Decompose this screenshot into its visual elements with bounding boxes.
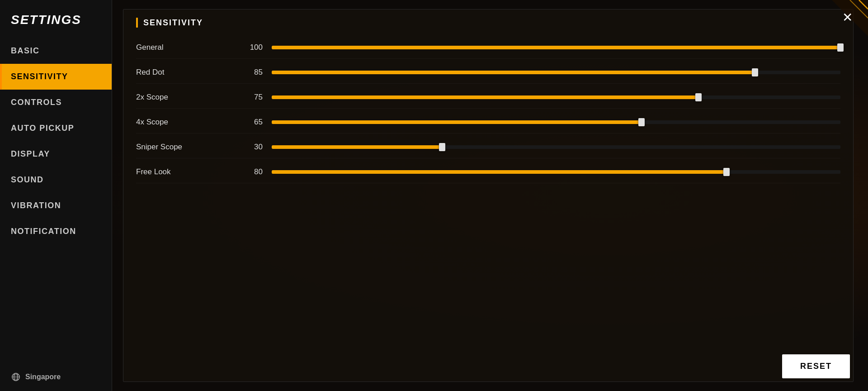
slider-rows: General100Red Dot852x Scope754x Scope65S…: [123, 34, 853, 381]
nav-menu: BASICSENSITIVITYCONTROLSAUTO PICKUPDISPL…: [0, 38, 112, 244]
panel-title: SENSITIVITY: [143, 18, 203, 28]
slider-thumb-2[interactable]: [695, 93, 702, 101]
slider-track-bg-5: [272, 170, 840, 174]
sidebar-item-sound[interactable]: SOUND: [0, 167, 112, 193]
main-content: SENSITIVITY General100Red Dot852x Scope7…: [112, 0, 868, 391]
slider-thumb-3[interactable]: [638, 118, 645, 126]
slider-thumb-5[interactable]: [723, 168, 730, 176]
slider-fill-1: [272, 71, 755, 74]
slider-track-bg-0: [272, 46, 840, 49]
sidebar-item-sensitivity[interactable]: SENSITIVITY: [0, 64, 112, 90]
slider-label-3: 4x Scope: [136, 118, 236, 127]
slider-thumb-0[interactable]: [837, 43, 844, 52]
slider-label-2: 2x Scope: [136, 93, 236, 102]
sidebar: SETTINGS BASICSENSITIVITYCONTROLSAUTO PI…: [0, 0, 112, 391]
slider-label-0: General: [136, 43, 236, 52]
slider-track-4[interactable]: [272, 145, 840, 149]
slider-thumb-1[interactable]: [752, 68, 758, 76]
sidebar-item-vibration[interactable]: VIBRATION: [0, 193, 112, 219]
settings-panel: SENSITIVITY General100Red Dot852x Scope7…: [123, 9, 854, 382]
region-label: Singapore: [25, 373, 61, 381]
panel-header-bar: [136, 18, 138, 28]
sidebar-footer: Singapore: [0, 363, 112, 391]
slider-value-5: 80: [236, 167, 263, 176]
slider-track-bg-3: [272, 120, 840, 124]
globe-icon: [11, 372, 21, 382]
slider-fill-0: [272, 46, 840, 49]
slider-label-5: Free Look: [136, 167, 236, 176]
slider-label-1: Red Dot: [136, 68, 236, 77]
slider-row-2: 2x Scope75: [136, 86, 840, 109]
sidebar-item-notification[interactable]: NOTIFICATION: [0, 219, 112, 244]
slider-track-2[interactable]: [272, 95, 840, 99]
slider-label-4: Sniper Scope: [136, 143, 236, 152]
slider-row-3: 4x Scope65: [136, 111, 840, 134]
sidebar-item-basic[interactable]: BASIC: [0, 38, 112, 64]
slider-track-3[interactable]: [272, 120, 840, 124]
sidebar-item-controls[interactable]: CONTROLS: [0, 90, 112, 115]
slider-track-0[interactable]: [272, 46, 840, 49]
slider-fill-2: [272, 95, 698, 99]
settings-title: SETTINGS: [0, 0, 112, 38]
slider-value-0: 100: [236, 43, 263, 52]
slider-row-4: Sniper Scope30: [136, 136, 840, 158]
slider-track-bg-2: [272, 95, 840, 99]
close-button[interactable]: ✕: [837, 7, 857, 27]
slider-value-2: 75: [236, 93, 263, 102]
slider-fill-5: [272, 170, 726, 174]
slider-value-1: 85: [236, 68, 263, 77]
slider-value-4: 30: [236, 143, 263, 152]
sidebar-item-auto-pickup[interactable]: AUTO PICKUP: [0, 115, 112, 141]
slider-thumb-4[interactable]: [439, 143, 445, 151]
sidebar-item-display[interactable]: DISPLAY: [0, 141, 112, 167]
slider-value-3: 65: [236, 118, 263, 127]
slider-track-5[interactable]: [272, 170, 840, 174]
slider-fill-4: [272, 145, 442, 149]
slider-row-5: Free Look80: [136, 161, 840, 183]
slider-fill-3: [272, 120, 642, 124]
slider-track-1[interactable]: [272, 71, 840, 74]
slider-row-0: General100: [136, 37, 840, 59]
slider-track-bg-4: [272, 145, 840, 149]
slider-row-1: Red Dot85: [136, 62, 840, 84]
reset-button[interactable]: RESET: [782, 354, 850, 378]
panel-header: SENSITIVITY: [123, 10, 853, 34]
